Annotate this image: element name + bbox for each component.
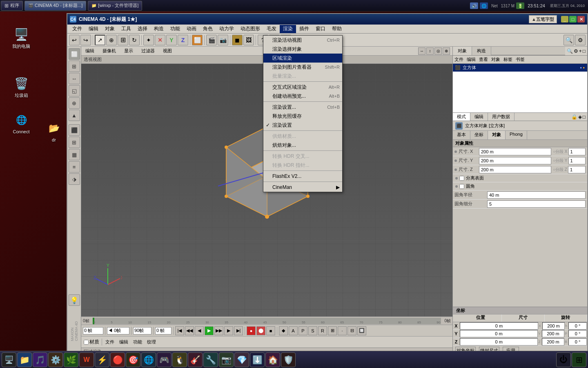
timeline-bar[interactable]: 0 5 10 15 20 25 30 35 40 45 50 [93,318,441,324]
menu-window[interactable]: 窗口 [312,25,329,33]
vp-menu-edit[interactable]: 编辑 [84,47,96,55]
coords-pos-y[interactable] [460,330,538,337]
bottom-icon-13[interactable]: 🎸 [188,352,203,367]
sidebar-tool-6[interactable]: ⬛ [69,124,80,136]
coords-size-y[interactable] [542,330,564,337]
winxp-taskbar-btn[interactable]: 📁 [winxp - 文件管理器] [88,1,142,11]
play-end-btn[interactable]: ▶| [234,326,243,335]
close-button[interactable]: ✕ [577,16,585,22]
rpanel-menu-obj[interactable]: 对象 [491,56,500,63]
bottom-icon-4[interactable]: ⚙️ [48,352,63,367]
ctrl-scale-btn[interactable]: S [308,326,317,335]
menu-interactive-region[interactable]: 交互式区域渲染 Alt+R [263,83,342,92]
mat-checkbox[interactable] [84,340,89,345]
tool-search[interactable]: 🔍 [564,35,574,45]
tool-render-view[interactable]: ◼ [232,35,243,45]
attr-subtab-object[interactable]: 对象 [488,131,506,139]
vp-nav-icon-4[interactable]: ⊕ [443,47,450,55]
minimize-button[interactable]: _ [561,16,568,22]
rpanel-tab-objects[interactable]: 对象 [453,47,472,55]
menu-char[interactable]: 角色 [200,25,216,33]
current-frame-input[interactable] [83,327,103,334]
ctrl-param-btn[interactable]: ⊞ [328,326,337,335]
tool-add[interactable]: ✦ [143,35,154,45]
auto-record-btn[interactable]: ⬤ [256,326,265,335]
desktop-icon-dr[interactable]: 📂 dr [41,119,67,144]
attr-seg-z-input[interactable] [568,166,586,173]
coords-pos-z[interactable] [460,338,538,346]
menu-render-to-picture[interactable]: 渲染到图片查看器 Shift+R [263,63,342,72]
menu-region-render[interactable]: 区域渲染 [263,54,342,63]
rpanel-tab-structure[interactable]: 构造 [472,47,491,55]
bottom-icon-18[interactable]: 🏠 [265,352,280,367]
bottom-icon-19[interactable]: 🛡️ [281,352,296,367]
menu-hair[interactable]: 毛发 [263,25,280,33]
bottom-icon-16[interactable]: 💎 [234,352,249,367]
menu-mograph[interactable]: 动态图形 [237,25,263,33]
obj-row-cube[interactable]: ⬛ 立方体 ● ● [453,64,587,72]
ctrl-pts-btn[interactable]: · [338,326,347,335]
tool-x[interactable]: ✕ [155,35,165,45]
bottom-icon-windows[interactable]: ⊞ [572,352,586,367]
menu-render-settings[interactable]: 渲染设置... Ctrl+B [263,103,342,112]
tool-scale[interactable]: ⊞ [118,35,128,45]
vp-nav-icon-1[interactable]: ↔ [418,47,425,55]
sidebar-tool-move[interactable]: ↔ [69,73,80,84]
menu-object[interactable]: 对象 [102,25,118,33]
attr-checkbox-fillet-input[interactable] [459,184,464,189]
menu-gi-cache[interactable]: 释放光照缓存 [263,112,342,121]
attr-subtab-basic[interactable]: 基本 [453,131,470,139]
vp-nav-icon-2[interactable]: ↕ [426,47,434,55]
coords-size-z[interactable] [542,338,564,346]
attr-seg-y-input[interactable] [568,157,586,164]
menu-render-setup2[interactable]: ✓ 渲染设置 [263,121,342,130]
tool-cube[interactable]: ⬜ [192,35,203,45]
attr-size-x-input[interactable] [479,148,551,155]
play-prev-frame-btn[interactable]: ◀ [195,326,204,335]
bottom-icon-power[interactable]: ⏻ [556,352,571,367]
coords-pos-x[interactable] [460,322,538,330]
sidebar-tool-9[interactable]: ≡ [69,161,80,173]
menu-file[interactable]: 文件 [69,25,85,33]
bottom-icon-6[interactable]: W [79,352,94,367]
attr-tab-mode[interactable]: 模式 [453,113,470,121]
end-frame-input[interactable] [155,327,172,334]
menu-help[interactable]: 帮助 [329,25,345,33]
bottom-icon-10[interactable]: 🌐 [141,352,156,367]
attr-subtab-coords[interactable]: 坐标 [470,131,488,139]
ctrl-pos-btn[interactable]: P [298,326,307,335]
attr-seg-x-input[interactable] [568,148,586,155]
desktop-icon-recycle[interactable]: 🗑️ 垃圾箱 [8,74,34,100]
ctrl-snap-btn[interactable]: 🔲 [357,326,366,335]
tool-rotate[interactable]: ↻ [129,35,140,45]
tool-select-live[interactable]: ↗ [95,35,105,45]
record-btn[interactable]: ● [247,326,256,335]
coords-rot-p[interactable] [568,330,587,337]
menu-hdr-cross[interactable]: 转换 HDR 交叉... [263,152,342,161]
coords-rot-b[interactable] [568,338,587,346]
tool-redo[interactable]: ↪ [80,35,91,45]
mat-menu-tex[interactable]: 纹理 [145,338,158,346]
sidebar-tool-10[interactable]: ⬗ [69,173,80,185]
ctrl-auto-btn[interactable]: A [289,326,298,335]
menu-cineman[interactable]: CineMan ▶ [263,183,342,192]
sidebar-tool-2[interactable]: ⊞ [69,61,80,72]
tool-z[interactable]: Z [178,35,188,45]
total-frames-input[interactable] [133,327,151,334]
ctrl-grid-btn[interactable]: ⊟ [347,326,356,335]
menu-render[interactable]: 渲染 [280,25,296,33]
ime-indicator[interactable]: ▲五笔字型 [529,15,557,23]
bottom-icon-5[interactable]: 🌿 [64,352,78,367]
menu-anim-preview[interactable]: 创建动画预览... Alt+B [263,92,342,101]
bottom-icon-2[interactable]: 📁 [17,352,32,367]
desktop-icon-connect[interactable]: 🌐 Connect [8,110,34,136]
bottom-icon-1[interactable]: 🖥️ [2,352,16,367]
c4d-taskbar-btn[interactable]: 🎬 CINEMA 4D - [未标题...] [24,1,86,11]
play-btn[interactable]: ▶ [205,326,214,335]
tool-move[interactable]: ⊕ [106,35,117,45]
attr-size-z-input[interactable] [479,166,551,173]
menu-struct[interactable]: 构造 [151,25,167,33]
ctrl-key-btn[interactable]: ◆ [279,326,288,335]
play-prev-btn[interactable]: ◀◀ [185,326,194,335]
tool-camera[interactable]: 📷 [218,35,228,45]
